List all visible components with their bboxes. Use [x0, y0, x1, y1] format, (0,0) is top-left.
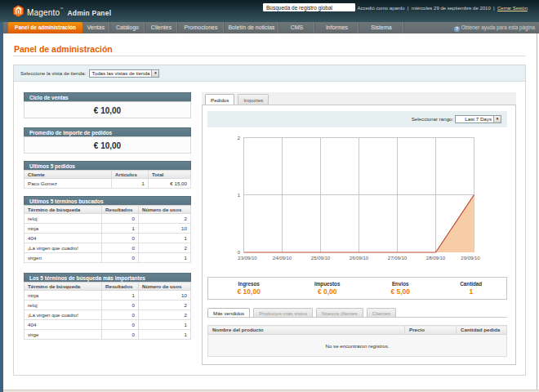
svg-text:0: 0	[238, 250, 241, 255]
svg-text:23/09/10: 23/09/10	[238, 256, 257, 261]
svg-text:27/09/10: 27/09/10	[388, 256, 408, 261]
svg-text:2: 2	[238, 136, 241, 140]
svg-text:26/09/10: 26/09/10	[350, 256, 369, 261]
svg-text:29/09/10: 29/09/10	[461, 256, 480, 261]
svg-text:1: 1	[238, 193, 241, 198]
svg-text:25/09/10: 25/09/10	[311, 256, 331, 261]
svg-text:24/09/10: 24/09/10	[273, 256, 292, 261]
svg-text:28/09/10: 28/09/10	[426, 256, 446, 261]
